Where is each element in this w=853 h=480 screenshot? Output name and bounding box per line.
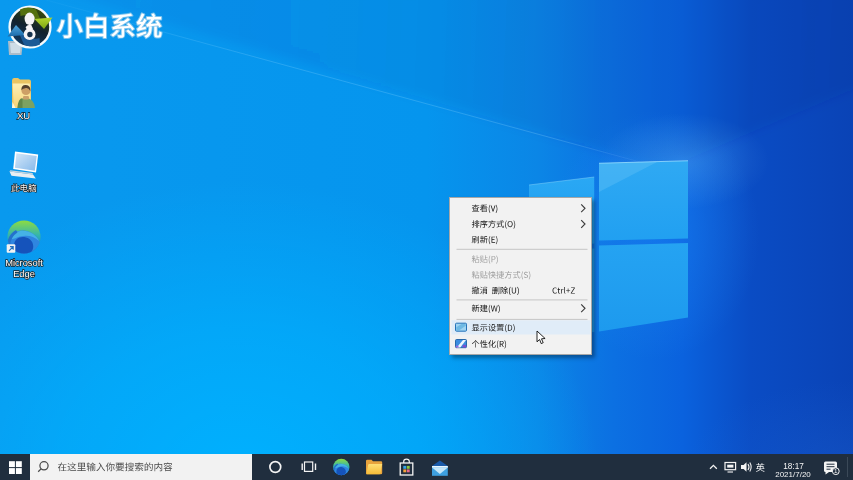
- svg-text:Microsoft: Microsoft: [5, 258, 43, 268]
- svg-text:1: 1: [834, 467, 838, 474]
- svg-text:XU: XU: [17, 110, 30, 121]
- svg-text:2021/7/20: 2021/7/20: [775, 470, 811, 479]
- svg-text:Edge: Edge: [13, 269, 35, 279]
